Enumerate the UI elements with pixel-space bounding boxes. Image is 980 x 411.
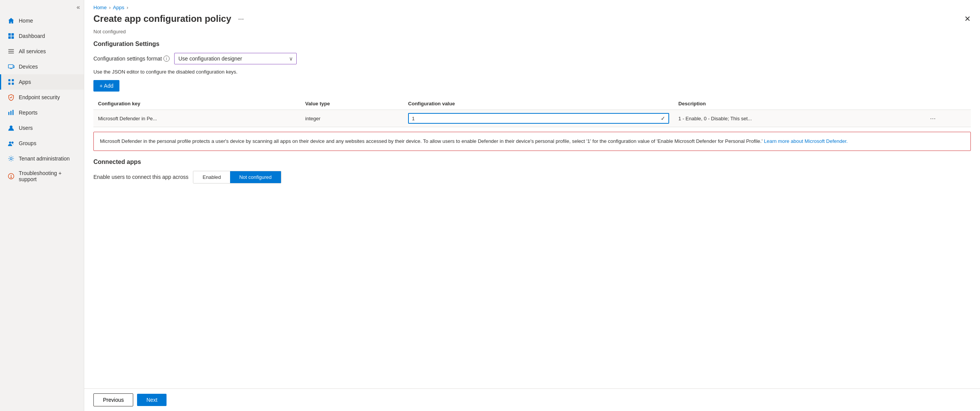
- sidebar-item-users[interactable]: Users: [0, 120, 84, 136]
- configuration-settings-title: Configuration Settings: [93, 41, 971, 47]
- format-row: Configuration settings format i Use conf…: [93, 53, 971, 64]
- svg-point-20: [10, 157, 12, 159]
- sidebar-collapse-area: «: [0, 0, 84, 13]
- connected-apps-label: Enable users to connect this app across: [93, 174, 188, 180]
- toggle-group: Enabled Not configured: [193, 171, 281, 183]
- json-hint: Use the JSON editor to configure the dis…: [93, 69, 971, 75]
- sidebar-item-reports[interactable]: Reports: [0, 105, 84, 120]
- col-header-description: Description: [674, 98, 925, 110]
- sidebar-label-troubleshoot: Troubleshooting + support: [19, 170, 78, 182]
- description-box: Microsoft Defender in the personal profi…: [93, 132, 971, 151]
- sidebar: « Home Dashboard All services Devices Ap…: [0, 0, 84, 411]
- sidebar-item-devices[interactable]: Devices: [0, 59, 84, 74]
- sidebar-label-tenant: Tenant administration: [19, 156, 70, 162]
- toggle-not-configured[interactable]: Not configured: [230, 171, 281, 183]
- breadcrumb-apps[interactable]: Apps: [113, 5, 124, 10]
- not-configured-label: Not configured: [93, 29, 971, 34]
- toggle-enabled[interactable]: Enabled: [193, 171, 230, 183]
- col-header-actions: [925, 98, 971, 110]
- cell-description: 1 - Enable, 0 - Disable; This set...: [674, 110, 925, 127]
- sidebar-label-reports: Reports: [19, 110, 38, 116]
- apps-icon: [7, 78, 15, 86]
- sidebar-label-all-services: All services: [19, 48, 46, 54]
- svg-point-17: [10, 126, 12, 128]
- all-services-icon: [7, 47, 15, 55]
- svg-rect-1: [11, 33, 14, 36]
- dashboard-icon: [7, 32, 15, 40]
- next-button[interactable]: Next: [137, 394, 167, 406]
- svg-rect-14: [8, 112, 10, 115]
- sidebar-item-all-services[interactable]: All services: [0, 44, 84, 59]
- devices-icon: [7, 63, 15, 70]
- breadcrumb: Home › Apps ›: [84, 0, 980, 10]
- breadcrumb-sep-2: ›: [127, 5, 128, 10]
- sidebar-label-dashboard: Dashboard: [19, 33, 45, 39]
- sidebar-label-endpoint: Endpoint security: [19, 94, 60, 100]
- svg-rect-4: [8, 49, 14, 50]
- sidebar-item-tenant-admin[interactable]: Tenant administration: [0, 151, 84, 166]
- breadcrumb-home[interactable]: Home: [93, 5, 107, 10]
- format-dropdown[interactable]: Use configuration designer Enter JSON da…: [174, 53, 297, 64]
- cell-config-value: ✓: [403, 110, 674, 127]
- troubleshoot-icon: [7, 172, 15, 180]
- sidebar-item-troubleshoot[interactable]: Troubleshooting + support: [0, 166, 84, 186]
- footer: Previous Next: [84, 388, 980, 411]
- cell-actions: ···: [925, 110, 971, 127]
- col-header-value-type: Value type: [301, 98, 403, 110]
- configuration-table: Configuration key Value type Configurati…: [93, 98, 971, 127]
- svg-rect-2: [8, 36, 11, 39]
- cell-key: Microsoft Defender in Pe...: [93, 110, 301, 127]
- sidebar-item-apps[interactable]: Apps: [0, 74, 84, 90]
- users-icon: [7, 124, 15, 132]
- col-header-config-value: Configuration value: [403, 98, 674, 110]
- svg-rect-7: [8, 65, 13, 68]
- svg-point-18: [9, 142, 11, 144]
- close-button[interactable]: ✕: [964, 14, 971, 23]
- reports-icon: [7, 109, 15, 116]
- sidebar-item-endpoint-security[interactable]: Endpoint security: [0, 90, 84, 105]
- svg-rect-6: [8, 53, 14, 54]
- sidebar-label-groups: Groups: [19, 140, 36, 146]
- config-value-input-wrapper: ✓: [408, 113, 669, 124]
- sidebar-label-apps: Apps: [19, 79, 31, 85]
- breadcrumb-sep-1: ›: [109, 5, 111, 10]
- add-button[interactable]: + Add: [93, 80, 119, 92]
- page-title: Create app configuration policy: [93, 13, 231, 24]
- svg-rect-12: [8, 83, 10, 85]
- svg-point-23: [11, 177, 11, 178]
- groups-icon: [7, 139, 15, 147]
- config-value-input[interactable]: [412, 116, 658, 121]
- format-info-icon[interactable]: i: [163, 56, 170, 62]
- sidebar-collapse-button[interactable]: «: [77, 4, 80, 11]
- format-label: Configuration settings format i: [93, 56, 170, 62]
- sidebar-label-home: Home: [19, 18, 33, 24]
- svg-rect-9: [13, 65, 14, 67]
- svg-rect-10: [8, 79, 10, 81]
- sidebar-item-dashboard[interactable]: Dashboard: [0, 28, 84, 44]
- connected-apps-section: Connected apps Enable users to connect t…: [93, 159, 971, 183]
- tenant-admin-icon: [7, 155, 15, 162]
- col-header-key: Configuration key: [93, 98, 301, 110]
- sidebar-item-groups[interactable]: Groups: [0, 136, 84, 151]
- previous-button[interactable]: Previous: [93, 393, 133, 406]
- format-dropdown-wrapper: Use configuration designer Enter JSON da…: [174, 53, 297, 64]
- svg-point-19: [11, 142, 13, 144]
- description-link[interactable]: Learn more about Microsoft Defender.: [764, 138, 848, 144]
- table-row: Microsoft Defender in Pe... integer ✓ 1 …: [93, 110, 971, 127]
- content-scroll: Not configured Configuration Settings Co…: [84, 24, 980, 388]
- sidebar-item-home[interactable]: Home: [0, 13, 84, 28]
- svg-rect-0: [8, 33, 11, 36]
- svg-rect-3: [11, 36, 14, 39]
- svg-rect-5: [8, 51, 14, 52]
- endpoint-security-icon: [7, 93, 15, 101]
- more-options-button[interactable]: ···: [236, 14, 246, 24]
- svg-rect-16: [13, 110, 14, 115]
- row-options-button[interactable]: ···: [930, 115, 936, 122]
- svg-rect-8: [10, 69, 12, 69]
- page-header: Create app configuration policy ··· ✕: [84, 10, 980, 24]
- svg-rect-11: [12, 79, 14, 81]
- connected-apps-title: Connected apps: [93, 159, 971, 165]
- main-content: Home › Apps › Create app configuration p…: [84, 0, 980, 411]
- home-icon: [7, 17, 15, 25]
- cell-value-type: integer: [301, 110, 403, 127]
